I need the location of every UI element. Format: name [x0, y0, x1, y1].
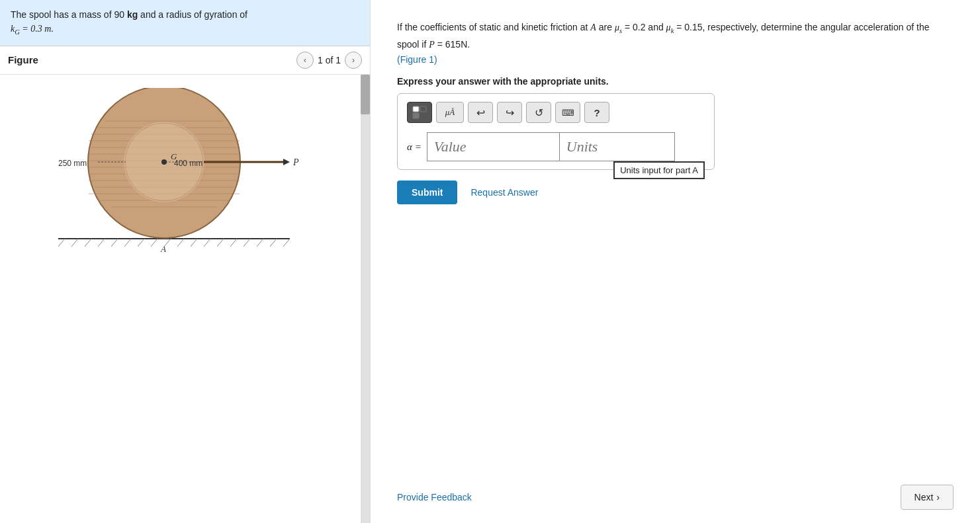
figure-title: Figure	[8, 54, 38, 65]
input-row: α = Units input for part A	[407, 132, 705, 161]
svg-rect-47	[413, 106, 419, 112]
spool-diagram: G P 250 mm	[38, 88, 323, 260]
svg-rect-48	[420, 106, 426, 112]
figure-scrollbar-thumb	[361, 75, 370, 114]
undo-button[interactable]: ↩	[468, 102, 493, 123]
express-answer-label: Express your answer with the appropriate…	[397, 76, 954, 87]
svg-line-12	[191, 239, 197, 247]
figure-prev-button[interactable]: ‹	[296, 52, 314, 69]
svg-line-16	[244, 239, 250, 247]
action-row: Submit Request Answer	[397, 181, 954, 204]
units-input[interactable]	[559, 132, 675, 161]
figure-scroll-container: G P 250 mm	[0, 75, 370, 523]
mu-button[interactable]: μÅ	[436, 102, 464, 123]
svg-line-3	[71, 239, 78, 247]
figure-svg: G P 250 mm	[13, 88, 347, 260]
svg-line-19	[283, 239, 290, 247]
svg-line-14	[217, 239, 224, 247]
svg-line-6	[111, 239, 118, 247]
figure-page-count: 1 of 1	[318, 55, 341, 65]
svg-rect-49	[413, 113, 419, 118]
provide-feedback-link[interactable]: Provide Feedback	[397, 492, 472, 503]
svg-line-15	[230, 239, 237, 247]
gyration-formula: kG = 0.3 m.	[11, 24, 54, 34]
svg-text:P: P	[292, 157, 299, 167]
figure-link[interactable]: (Figure 1)	[397, 54, 437, 65]
figure-next-button[interactable]: ›	[345, 52, 362, 69]
problem-statement: If the coefficients of static and kineti…	[397, 20, 954, 67]
problem-text-area: If the coefficients of static and kineti…	[397, 20, 954, 67]
right-panel: If the coefficients of static and kineti…	[371, 0, 980, 523]
svg-text:A: A	[160, 244, 166, 254]
redo-button[interactable]: ↪	[497, 102, 522, 123]
svg-line-2	[58, 239, 65, 247]
figure-nav: ‹ 1 of 1 ›	[296, 52, 362, 69]
left-panel: The spool has a mass of 90 kg and a radi…	[0, 0, 371, 523]
svg-line-7	[124, 239, 131, 247]
problem-info: The spool has a mass of 90 kg and a radi…	[0, 0, 370, 46]
figure-area: Figure ‹ 1 of 1 ›	[0, 46, 370, 523]
value-input[interactable]	[427, 132, 559, 161]
next-label: Next	[914, 492, 934, 503]
svg-rect-50	[420, 113, 426, 118]
svg-text:250 mm: 250 mm	[58, 159, 87, 168]
next-button[interactable]: Next ›	[901, 485, 954, 510]
svg-line-9	[151, 239, 157, 247]
next-arrow-icon: ›	[936, 492, 940, 503]
help-button[interactable]: ?	[584, 102, 609, 123]
alpha-label: α =	[407, 132, 422, 161]
answer-box: μÅ ↩ ↪ ↺ ⌨ ? α = Units input for part A	[397, 93, 715, 170]
request-answer-link[interactable]: Request Answer	[470, 187, 538, 198]
figure-scrollbar[interactable]	[361, 75, 370, 523]
answer-toolbar: μÅ ↩ ↪ ↺ ⌨ ?	[407, 102, 705, 123]
svg-line-5	[98, 239, 105, 247]
keyboard-button[interactable]: ⌨	[555, 102, 580, 123]
svg-line-13	[204, 239, 210, 247]
svg-line-11	[177, 239, 184, 247]
svg-marker-40	[283, 159, 290, 165]
svg-text:400 mm: 400 mm	[174, 159, 202, 168]
refresh-button[interactable]: ↺	[526, 102, 551, 123]
bottom-row: Provide Feedback Next ›	[397, 465, 954, 510]
svg-line-8	[138, 239, 144, 247]
problem-description: The spool has a mass of 90 kg and a radi…	[11, 8, 359, 38]
units-tooltip: Units input for part A	[613, 161, 705, 179]
figure-header: Figure ‹ 1 of 1 ›	[0, 46, 370, 75]
svg-line-18	[270, 239, 277, 247]
submit-button[interactable]: Submit	[397, 181, 457, 204]
svg-line-17	[257, 239, 263, 247]
figure-content: G P 250 mm	[0, 75, 361, 523]
svg-line-4	[85, 239, 91, 247]
fraction-matrix-button[interactable]	[407, 102, 432, 123]
